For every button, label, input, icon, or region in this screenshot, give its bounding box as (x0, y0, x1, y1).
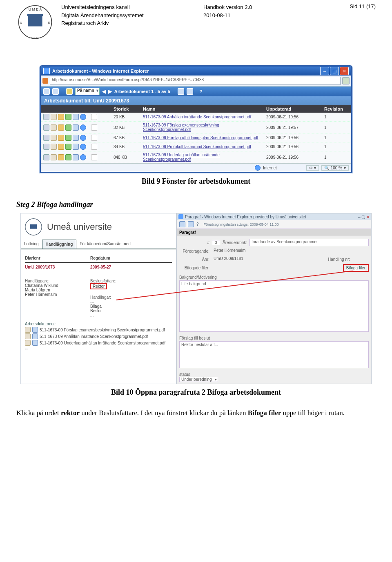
minimize-button[interactable]: – (320, 67, 329, 75)
info-icon[interactable] (80, 124, 86, 131)
delete-icon[interactable] (43, 144, 49, 150)
document-table: Storlek Namn Uppdaterad Revision 20 KB51… (41, 105, 351, 163)
file-link[interactable]: 511-1673-09 Protokoll faknämnd Scenkonst… (143, 144, 251, 149)
info-icon[interactable] (80, 144, 86, 150)
handlaggare-label: Handläggare: (25, 279, 90, 283)
file-icon[interactable] (25, 340, 31, 346)
minimize-button[interactable]: – (358, 215, 361, 219)
new-icon[interactable] (43, 88, 50, 95)
sort-select[interactable]: På namn (75, 88, 100, 95)
status-label: status (179, 372, 369, 377)
pdf-icon[interactable] (91, 124, 97, 131)
file-link[interactable]: 511-1673-09 Förslag examensbeskrivning S… (143, 123, 219, 132)
header-title: Handbok version 2.0 (203, 3, 342, 11)
file-link[interactable]: 511-1673-09 Förslag utbildningsplan Scen… (143, 136, 258, 140)
zoom-control[interactable]: 🔍 100 % ▾ (321, 165, 349, 171)
ie-window-title: Arbetsdokument - Windows Internet Explor… (52, 69, 319, 73)
tab-kannedom[interactable]: För kännedom/Samråd med (76, 240, 134, 249)
table-row: 840 KB511-1673-09 Underlag anhållan inrä… (41, 151, 351, 163)
tab-lottning[interactable]: Lottning (21, 240, 42, 249)
move-icon[interactable] (65, 135, 71, 141)
tab-handlaggning[interactable]: Handläggning (42, 240, 77, 249)
right-titlebar[interactable]: Paragraf - Windows Internet Explorer pro… (177, 213, 371, 220)
prev-arrow-icon[interactable]: ◀ (102, 89, 106, 94)
mail-icon[interactable] (51, 124, 57, 131)
cell-size: 20 KB (111, 113, 140, 122)
paragraf-number[interactable]: 3 (212, 240, 220, 245)
ie-app-icon (43, 68, 50, 74)
doc-icon[interactable] (73, 124, 79, 131)
lock-icon[interactable] (58, 135, 64, 141)
mail-icon[interactable] (51, 144, 57, 150)
arub-value[interactable]: Inrättande av Scenkonstprogrammet (249, 239, 369, 246)
pdf-icon[interactable] (91, 114, 97, 120)
bifoga-filer-link[interactable]: Bifoga filer (343, 264, 369, 272)
trash-icon[interactable] (178, 88, 184, 95)
col-diarienr: Diarienr (25, 256, 90, 260)
tools-dropdown[interactable]: ⚙ ▾ (306, 165, 319, 171)
file-icon[interactable] (32, 333, 38, 339)
lock-icon[interactable] (58, 124, 64, 131)
mail-icon[interactable] (51, 154, 57, 160)
pdf-icon[interactable] (91, 154, 97, 160)
attachment-row: 511-1673-09 Förslag examensbeskrivning S… (25, 327, 172, 333)
mail-icon[interactable] (51, 114, 57, 120)
go-button[interactable] (342, 77, 350, 84)
move-icon[interactable] (65, 144, 71, 150)
delete-icon[interactable] (43, 135, 49, 141)
file-icon[interactable] (32, 327, 38, 333)
info-icon[interactable] (80, 154, 86, 160)
help-icon[interactable]: ? (196, 222, 199, 227)
mail-icon[interactable] (51, 135, 57, 141)
info-icon[interactable] (80, 114, 86, 120)
move-icon[interactable] (65, 154, 71, 160)
folder-icon[interactable] (66, 88, 73, 95)
url-input[interactable]: http://diarie.umu.se/Asp/WorkdocumentFor… (50, 77, 341, 85)
cell-updated: 2009-06-21 19:56 (264, 113, 322, 122)
file-link[interactable]: 511-1673-09 Anhållan inrättande Scenkons… (143, 115, 251, 119)
doc-icon[interactable] (73, 114, 79, 120)
next-arrow-icon[interactable]: ▶ (108, 89, 112, 94)
doc-icon[interactable] (73, 144, 79, 150)
copy-icon[interactable] (52, 88, 59, 95)
diarienr-value[interactable]: UmU 2009/1673 (25, 265, 90, 269)
pdf-icon[interactable] (91, 135, 97, 141)
ie-titlebar[interactable]: Arbetsdokument - Windows Internet Explor… (41, 67, 351, 76)
maximize-button[interactable]: ▢ (330, 67, 339, 75)
doc-icon[interactable] (73, 154, 79, 160)
forslag-textarea[interactable]: Rektor beslutar att... (179, 341, 369, 368)
delete-icon[interactable] (43, 154, 49, 160)
lock-icon[interactable] (58, 144, 64, 150)
lock-icon[interactable] (58, 154, 64, 160)
status-select[interactable]: Under beredning (179, 377, 218, 382)
handlaggare-1: Chatarina Wiklund (25, 283, 90, 288)
file-icon[interactable] (25, 327, 31, 333)
cell-size: 34 KB (111, 142, 140, 151)
pdf-icon[interactable] (91, 144, 97, 150)
close-button[interactable]: ✕ (340, 67, 349, 75)
move-icon[interactable] (65, 114, 71, 120)
flag-icon[interactable] (187, 88, 193, 95)
step-title: Steg 2 Bifoga handlingar (16, 200, 376, 209)
rektor-link[interactable]: Rektor (90, 283, 107, 289)
arbetsdokument-label[interactable]: Arbetsdokument: (25, 322, 56, 326)
file-icon[interactable] (25, 333, 31, 339)
ie-app-icon (178, 214, 183, 219)
header-line-2: Digitala Ärendehanteringssystemet (61, 11, 196, 20)
print-icon[interactable] (188, 221, 194, 227)
file-link[interactable]: 511-1673-09 Underlag anhållan inrättande… (143, 153, 220, 162)
save-icon[interactable] (179, 221, 185, 227)
maximize-button[interactable]: ▢ (361, 215, 365, 219)
move-icon[interactable] (65, 124, 71, 131)
fored-value: Peter Hörnemalm (212, 248, 369, 254)
info-icon[interactable] (80, 135, 86, 141)
doc-icon[interactable] (73, 135, 79, 141)
help-icon[interactable]: ? (200, 89, 203, 94)
page-header: U M E Å V E R S I T U E Universitetsledn… (16, 3, 376, 41)
close-button[interactable]: ✕ (366, 215, 370, 219)
delete-icon[interactable] (43, 114, 49, 120)
delete-icon[interactable] (43, 124, 49, 131)
lock-icon[interactable] (58, 114, 64, 120)
internet-zone-icon (255, 165, 261, 171)
file-icon[interactable] (32, 340, 38, 346)
